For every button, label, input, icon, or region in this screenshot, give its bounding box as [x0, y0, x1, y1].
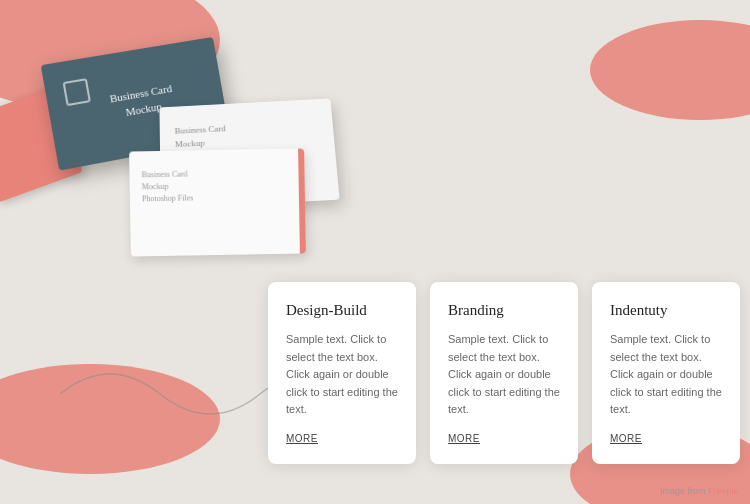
info-cards-container: Design-Build Sample text. Click to selec… [268, 282, 740, 464]
attribution-label: Image from Freepik [660, 486, 738, 496]
card-title-1: Branding [448, 302, 560, 319]
info-card-1: Branding Sample text. Click to select th… [430, 282, 578, 464]
info-card-2: Indentuty Sample text. Click to select t… [592, 282, 740, 464]
white-front-card-text: Business Card Mockup Photoshop Files [129, 148, 305, 223]
business-card-white-front: Business Card Mockup Photoshop Files [129, 148, 306, 256]
freepik-link[interactable]: Freepik [708, 486, 738, 496]
card-body-1: Sample text. Click to select the text bo… [448, 331, 560, 419]
info-card-0: Design-Build Sample text. Click to selec… [268, 282, 416, 464]
card-more-link-1[interactable]: MORE [448, 433, 560, 444]
card-corner-icon [63, 78, 91, 106]
card-body-0: Sample text. Click to select the text bo… [286, 331, 398, 419]
card-more-link-0[interactable]: MORE [286, 433, 398, 444]
card-title-0: Design-Build [286, 302, 398, 319]
card-body-2: Sample text. Click to select the text bo… [610, 331, 722, 419]
business-card-mockup-area: Business Card Mockup Business Card Mocku… [30, 20, 370, 260]
card-title-2: Indentuty [610, 302, 722, 319]
decorative-shape-right [590, 20, 750, 120]
card-more-link-2[interactable]: MORE [610, 433, 722, 444]
